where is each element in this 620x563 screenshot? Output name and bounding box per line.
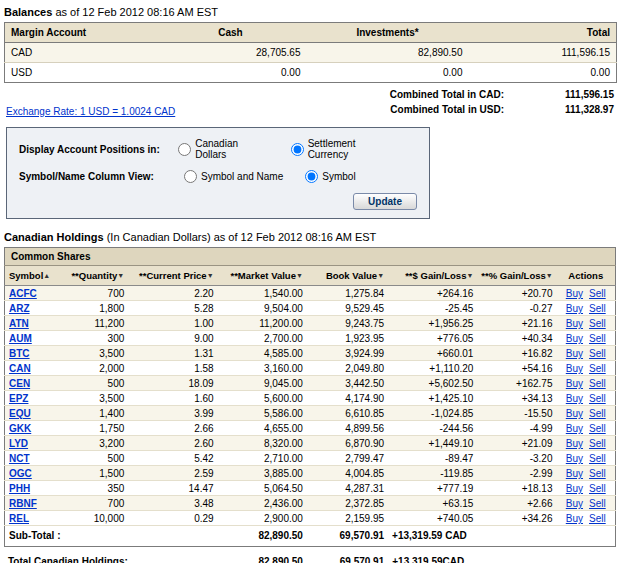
buy-link[interactable]: Buy <box>566 303 583 314</box>
quantity-cell: 2,000 <box>59 361 128 376</box>
quantity-cell: 500 <box>59 451 128 466</box>
sell-link[interactable]: Sell <box>589 378 606 389</box>
sell-link[interactable]: Sell <box>589 393 606 404</box>
sell-link[interactable]: Sell <box>589 363 606 374</box>
gain-percent-cell: +54.16 <box>477 361 556 376</box>
symbol-link[interactable]: ARZ <box>9 303 30 314</box>
exchange-rate-link[interactable]: Exchange Rate: 1 USD = 1.0024 CAD <box>6 106 175 117</box>
canadian-dollars-radio[interactable] <box>178 143 191 156</box>
combined-cad-value: 111,596.15 <box>504 87 614 102</box>
symbol-link[interactable]: EPZ <box>9 393 28 404</box>
balances-row-usd: USD 0.00 0.00 0.00 <box>5 63 617 83</box>
update-button[interactable]: Update <box>353 193 417 210</box>
gain-dollar-cell: +63.15 <box>388 496 477 511</box>
header-gain-dollar[interactable]: **$ Gain/Loss▼ <box>388 266 477 286</box>
sell-link[interactable]: Sell <box>589 453 606 464</box>
sell-link[interactable]: Sell <box>589 303 606 314</box>
quantity-cell: 700 <box>59 286 128 301</box>
table-row: LYD 3,200 2.60 8,320.00 6,870.90 +1,449.… <box>5 436 616 451</box>
actions-cell: BuySell <box>557 346 616 361</box>
symbol-link[interactable]: GKK <box>9 423 31 434</box>
sell-link[interactable]: Sell <box>589 408 606 419</box>
sell-link[interactable]: Sell <box>589 498 606 509</box>
table-row: REL 10,000 0.29 2,900.00 2,159.95 +740.0… <box>5 511 616 526</box>
quantity-cell: 1,400 <box>59 406 128 421</box>
gain-percent-cell: +34.26 <box>477 511 556 526</box>
buy-link[interactable]: Buy <box>566 423 583 434</box>
buy-link[interactable]: Buy <box>566 468 583 479</box>
holdings-table: Common Shares Symbol▲ **Quantity▼ **Curr… <box>4 247 616 547</box>
symbol-link[interactable]: OGC <box>9 468 32 479</box>
book-value-cell: 9,529.45 <box>307 301 388 316</box>
buy-link[interactable]: Buy <box>566 453 583 464</box>
buy-link[interactable]: Buy <box>566 378 583 389</box>
buy-link[interactable]: Buy <box>566 483 583 494</box>
market-value-cell: 4,585.00 <box>218 346 307 361</box>
balances-cad-label: CAD <box>5 43 155 63</box>
symbol-link[interactable]: RBNF <box>9 498 37 509</box>
header-gain-percent[interactable]: **% Gain/Loss▼ <box>477 266 556 286</box>
header-current-price[interactable]: **Current Price▼ <box>128 266 217 286</box>
buy-link[interactable]: Buy <box>566 288 583 299</box>
header-symbol[interactable]: Symbol▲ <box>5 266 60 286</box>
buy-link[interactable]: Buy <box>566 438 583 449</box>
holdings-heading: Canadian Holdings <box>4 231 104 243</box>
book-value-cell: 3,924.99 <box>307 346 388 361</box>
symbol-link[interactable]: REL <box>9 513 29 524</box>
buy-link[interactable]: Buy <box>566 408 583 419</box>
symbol-link[interactable]: BTC <box>9 348 30 359</box>
symbol-link[interactable]: EQU <box>9 408 31 419</box>
symbol-link[interactable]: ATN <box>9 318 29 329</box>
symbol-link[interactable]: NCT <box>9 453 30 464</box>
actions-cell: BuySell <box>557 481 616 496</box>
subtotal-book-value: 69,570.91 <box>307 526 388 547</box>
radio-settlement-currency[interactable]: Settlement Currency <box>291 138 395 160</box>
holdings-header-row: Symbol▲ **Quantity▼ **Current Price▼ **M… <box>5 266 616 286</box>
gain-percent-cell: -15.50 <box>477 406 556 421</box>
sell-link[interactable]: Sell <box>589 423 606 434</box>
symbol-link[interactable]: LYD <box>9 438 28 449</box>
symbol-only-radio[interactable] <box>305 170 318 183</box>
table-row: EPZ 3,500 1.60 5,600.00 4,174.90 +1,425.… <box>5 391 616 406</box>
display-positions-label: Display Account Positions in: <box>19 144 178 155</box>
buy-link[interactable]: Buy <box>566 498 583 509</box>
header-book-value[interactable]: Book Value▼ <box>307 266 388 286</box>
symbol-link[interactable]: ACFC <box>9 288 37 299</box>
radio-symbol-only[interactable]: Symbol <box>305 170 355 183</box>
symbol-link[interactable]: CAN <box>9 363 31 374</box>
gain-percent-cell: +16.82 <box>477 346 556 361</box>
market-value-cell: 9,504.00 <box>218 301 307 316</box>
book-value-cell: 2,049.80 <box>307 361 388 376</box>
sell-link[interactable]: Sell <box>589 513 606 524</box>
sell-link[interactable]: Sell <box>589 333 606 344</box>
buy-link[interactable]: Buy <box>566 318 583 329</box>
buy-link[interactable]: Buy <box>566 513 583 524</box>
buy-link[interactable]: Buy <box>566 393 583 404</box>
symbol-link[interactable]: PHH <box>9 483 30 494</box>
sell-link[interactable]: Sell <box>589 438 606 449</box>
gain-dollar-cell: +1,449.10 <box>388 436 477 451</box>
radio-symbol-and-name[interactable]: Symbol and Name <box>184 170 283 183</box>
gain-dollar-cell: +1,110.20 <box>388 361 477 376</box>
settlement-currency-radio[interactable] <box>291 143 304 156</box>
symbol-and-name-radio[interactable] <box>184 170 197 183</box>
header-market-value[interactable]: **Market Value▼ <box>218 266 307 286</box>
symbol-link[interactable]: AUM <box>9 333 32 344</box>
symbol-link[interactable]: CEN <box>9 378 30 389</box>
combined-totals: Combined Total in CAD: 111,596.15 Combin… <box>294 87 614 117</box>
buy-link[interactable]: Buy <box>566 363 583 374</box>
market-value-cell: 5,586.00 <box>218 406 307 421</box>
actions-cell: BuySell <box>557 391 616 406</box>
actions-cell: BuySell <box>557 496 616 511</box>
buy-link[interactable]: Buy <box>566 348 583 359</box>
radio-canadian-dollars[interactable]: Canadian Dollars <box>178 138 268 160</box>
buy-link[interactable]: Buy <box>566 333 583 344</box>
sell-link[interactable]: Sell <box>589 483 606 494</box>
options-actions: Update <box>19 193 417 210</box>
header-quantity[interactable]: **Quantity▼ <box>59 266 128 286</box>
sell-link[interactable]: Sell <box>589 468 606 479</box>
current-price-cell: 2.66 <box>128 421 217 436</box>
sell-link[interactable]: Sell <box>589 318 606 329</box>
sell-link[interactable]: Sell <box>589 348 606 359</box>
sell-link[interactable]: Sell <box>589 288 606 299</box>
